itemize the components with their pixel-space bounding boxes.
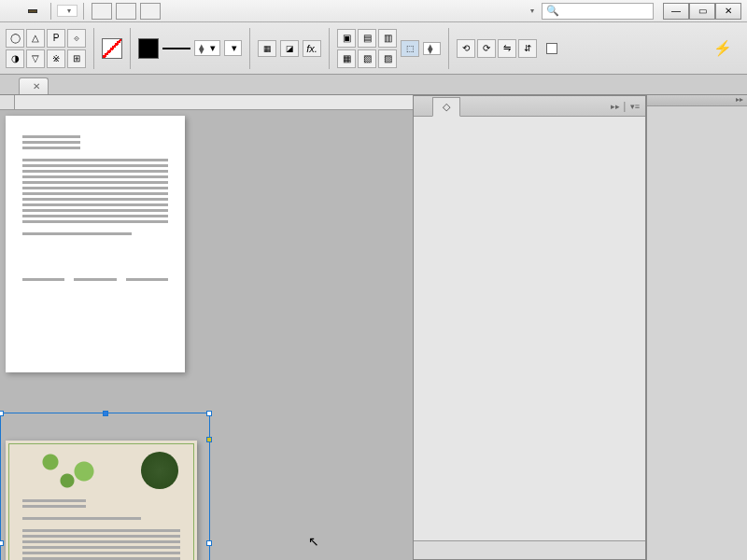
help-menu[interactable] [6,9,21,13]
workspace-switcher[interactable]: ▾ [519,5,542,17]
document-tab[interactable]: ✕ [19,77,49,94]
align-tool-grid[interactable]: ◯△P⟐ ◑▽※⊞ [6,29,86,68]
auto-fit-checkbox[interactable] [546,43,561,54]
frame-size-input[interactable]: ▴▾ [423,42,441,55]
panel-collapse-icon[interactable]: ▸▸ │ ▾≡ [605,102,645,111]
arrange-docs-button[interactable] [140,3,161,20]
layers-panel: ◇ ▸▸ │ ▾≡ [413,95,646,560]
close-button[interactable]: ✕ [715,3,741,20]
right-panel-dock: ▸▸ [646,95,747,560]
transform-grid[interactable]: ⟲⟳⇋⇵ [457,39,537,58]
document-page-2[interactable] [6,441,197,560]
document-tab-bar: ✕ [0,75,747,95]
zoom-select[interactable]: ▾ [57,5,78,17]
layers-status-bar [414,540,645,559]
document-page-1[interactable] [6,116,185,372]
maximize-button[interactable]: ▭ [689,3,715,20]
dock-collapse-icon[interactable]: ▸▸ [647,95,747,106]
canvas[interactable]: ◇ ▸▸ │ ▾≡ ↖ [0,95,646,560]
frame-fit-grid[interactable]: ▣▤▥ ▦▧▨ [337,29,397,68]
frame-edge-button[interactable]: ⬚ [401,40,419,57]
fx-button[interactable]: fx. [303,40,321,57]
bridge-button[interactable] [28,9,37,13]
panel-tab-seiten[interactable] [414,104,432,109]
view-options-button[interactable] [92,3,112,20]
ruler-origin[interactable] [0,95,15,110]
close-tab-icon[interactable]: ✕ [33,81,40,91]
panel-tab-strip: ◇ ▸▸ │ ▾≡ [414,96,645,117]
panel-tab-verknuepfungen[interactable] [460,104,479,109]
effects-button[interactable]: ▦ [258,40,276,57]
screen-mode-button[interactable] [116,3,136,20]
layer-list[interactable] [414,117,645,540]
panel-tab-ebenen[interactable]: ◇ [432,97,460,117]
control-bar: ◯△P⟐ ◑▽※⊞ ▴▾▾ ▾ ▦ ◪ fx. ▣▤▥ ▦▧▨ ⬚ ▴▾ ⟲⟳⇋… [0,22,747,75]
search-field[interactable]: 🔍 [542,3,654,20]
quick-apply-button[interactable]: ⚡ [704,39,741,57]
cursor-icon: ↖ [308,534,319,549]
fill-swatch[interactable] [102,38,122,59]
stroke-swatch[interactable] [138,38,159,59]
minimize-button[interactable]: — [663,3,689,20]
drop-shadow-button[interactable]: ◪ [280,40,299,57]
stroke-weight-input[interactable]: ▴▾▾ [194,40,220,56]
opacity-input[interactable]: ▾ [224,40,242,56]
menu-bar: ▾ ▾ 🔍 — ▭ ✕ [0,0,747,22]
